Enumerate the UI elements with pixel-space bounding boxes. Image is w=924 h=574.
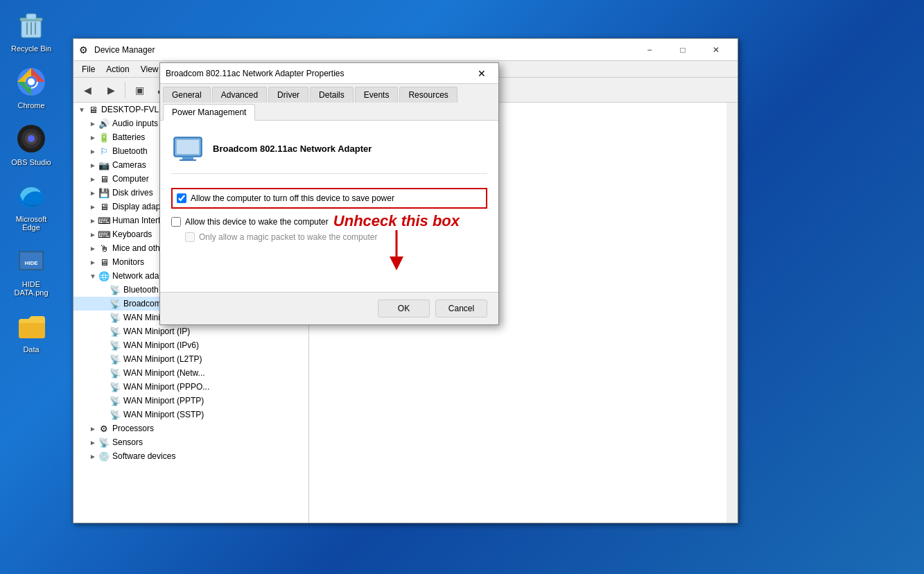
network-adapter-icon-8: 📡: [110, 381, 121, 392]
allow-wake-label[interactable]: Allow this device to wake the computer: [185, 217, 329, 227]
svg-rect-2: [26, 14, 36, 19]
toolbar-forward[interactable]: ▶: [100, 80, 122, 100]
sensors-icon: 📡: [98, 437, 110, 448]
svg-point-9: [28, 78, 35, 85]
tree-software[interactable]: ► 💿 Software devices: [73, 449, 308, 463]
tree-bluetooth-label: Bluetooth: [112, 146, 148, 156]
desktop-icon-chrome[interactable]: Chrome: [3, 62, 59, 112]
tree-batteries-label: Batteries: [112, 132, 145, 142]
dialog-title: Broadcom 802.11ac Network Adapter Proper…: [166, 69, 471, 78]
device-manager-title: Device Manager: [94, 45, 634, 55]
tree-wan-netw[interactable]: 📡 WAN Miniport (Netw...: [73, 366, 308, 380]
minimize-button[interactable]: −: [634, 39, 665, 61]
magic-packet-label: Only allow a magic packet to wake the co…: [199, 232, 377, 242]
tab-bar: General Advanced Driver Details Events R…: [160, 84, 498, 121]
tree-wan-pppo[interactable]: 📡 WAN Miniport (PPPO...: [73, 380, 308, 394]
hid-icon: ⌨: [98, 215, 110, 226]
ok-button[interactable]: OK: [378, 299, 430, 318]
network-adapter-icon-1: 📡: [110, 284, 121, 295]
desktop-icon-obs[interactable]: OBS Studio: [3, 119, 59, 169]
tree-expand-mice[interactable]: ►: [87, 243, 98, 254]
recycle-bin-icon: [15, 8, 48, 42]
tree-wan-ip[interactable]: 📡 WAN Miniport (IP): [73, 324, 308, 338]
tree-expand-disk[interactable]: ►: [87, 187, 98, 198]
tree-expand-root[interactable]: ▼: [76, 104, 87, 115]
device-manager-titlebar: ⚙ Device Manager − □ ✕: [73, 39, 738, 61]
tree-cameras-label: Cameras: [112, 160, 146, 170]
magic-packet-checkbox[interactable]: [185, 232, 195, 242]
tree-expand-display[interactable]: ►: [87, 201, 98, 212]
hide-data-label: HIDEDATA.png: [14, 280, 48, 297]
tree-software-label: Software devices: [112, 451, 175, 461]
recycle-bin-label: Recycle Bin: [11, 44, 51, 53]
tree-expand-audio[interactable]: ►: [87, 118, 98, 129]
disk-icon: 💾: [98, 187, 110, 198]
chrome-icon: [15, 65, 48, 98]
dialog-close-button[interactable]: ✕: [471, 64, 493, 83]
tab-resources[interactable]: Resources: [399, 87, 457, 103]
tree-wan-pptp[interactable]: 📡 WAN Miniport (PPTP): [73, 394, 308, 408]
network-adapter-icon-6: 📡: [110, 354, 121, 365]
svg-rect-21: [182, 157, 193, 159]
tab-driver[interactable]: Driver: [268, 87, 308, 103]
tab-advanced[interactable]: Advanced: [212, 87, 267, 103]
window-controls: − □ ✕: [634, 39, 732, 61]
maximize-button[interactable]: □: [667, 39, 699, 61]
tree-expand-bluetooth[interactable]: ►: [87, 146, 98, 157]
tree-expand-network[interactable]: ▼: [87, 270, 98, 281]
toolbar-btn-1[interactable]: ▣: [128, 80, 150, 100]
tab-events[interactable]: Events: [355, 87, 399, 103]
allow-wake-container: Allow this device to wake the computer O…: [171, 209, 487, 245]
desktop-icon-edge[interactable]: Microsoft Edge: [3, 176, 59, 234]
device-large-icon: [171, 132, 204, 165]
hide-data-icon: HIDE: [15, 244, 48, 277]
tree-expand-cameras[interactable]: ►: [87, 159, 98, 171]
desktop-icon-hide-data[interactable]: HIDE HIDEDATA.png: [3, 241, 59, 299]
menu-file[interactable]: File: [76, 63, 101, 76]
tree-wan-sstp[interactable]: 📡 WAN Miniport (SSTP): [73, 408, 308, 421]
network-adapter-icon-5: 📡: [110, 340, 121, 351]
allow-wake-checkbox[interactable]: [171, 217, 181, 227]
tree-expand-batteries[interactable]: ►: [87, 132, 98, 143]
tree-expand-software[interactable]: ►: [87, 451, 98, 462]
network-adapter-icon-9: 📡: [110, 395, 121, 406]
tree-processors[interactable]: ► ⚙ Processors: [73, 421, 308, 435]
close-button[interactable]: ✕: [700, 39, 732, 61]
tab-details[interactable]: Details: [310, 87, 354, 103]
processors-icon: ⚙: [98, 423, 110, 434]
display-icon: 🖥: [98, 201, 110, 212]
tree-expand-monitors[interactable]: ►: [87, 256, 98, 268]
properties-dialog: Broadcom 802.11ac Network Adapter Proper…: [159, 62, 499, 325]
bluetooth-icon: ⚐: [98, 146, 110, 157]
audio-icon: 🔊: [98, 118, 110, 129]
data-folder-icon: [15, 309, 48, 342]
tree-wan-pptp-label: WAN Miniport (PPTP): [123, 396, 204, 406]
edge-icon: [15, 179, 48, 212]
tree-disk-label: Disk drives: [112, 188, 153, 198]
tree-monitors-label: Monitors: [112, 257, 144, 267]
tree-expand-processors[interactable]: ►: [87, 423, 98, 434]
toolbar-back[interactable]: ◀: [76, 80, 98, 100]
tree-wan-pppo-label: WAN Miniport (PPPO...: [123, 382, 209, 392]
allow-off-checkbox[interactable]: [177, 193, 186, 203]
tree-wan-netw-label: WAN Miniport (Netw...: [123, 368, 205, 378]
annotation-container: Unhceck this box Allow this device to wa…: [171, 209, 487, 278]
scrollbar[interactable]: [726, 103, 738, 523]
edge-label: Microsoft Edge: [6, 215, 56, 232]
menu-action[interactable]: Action: [101, 63, 134, 76]
tree-expand-sensors[interactable]: ►: [87, 437, 98, 448]
desktop-icon-recycle-bin[interactable]: Recycle Bin: [3, 6, 59, 55]
tree-wan-ipv6[interactable]: 📡 WAN Miniport (IPv6): [73, 338, 308, 352]
svg-rect-20: [177, 140, 199, 154]
tree-wan-l2tp-label: WAN Miniport (L2TP): [123, 354, 202, 364]
tree-expand-computer[interactable]: ►: [87, 173, 98, 184]
tree-wan-l2tp[interactable]: 📡 WAN Miniport (L2TP): [73, 352, 308, 366]
tree-sensors[interactable]: ► 📡 Sensors: [73, 435, 308, 449]
cancel-button[interactable]: Cancel: [435, 299, 487, 318]
allow-off-label[interactable]: Allow the computer to turn off this devi…: [191, 193, 394, 203]
computer-tree-icon: 🖥: [98, 173, 110, 184]
desktop-icon-data[interactable]: Data: [3, 306, 59, 356]
tree-wan-sstp-label: WAN Miniport (SSTP): [123, 410, 204, 419]
tab-power-management[interactable]: Power Management: [163, 104, 255, 121]
tab-general[interactable]: General: [163, 87, 211, 103]
